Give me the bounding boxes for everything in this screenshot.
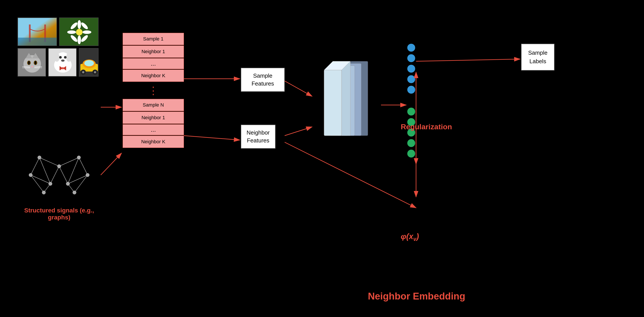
svg-point-66	[86, 173, 89, 177]
table-sample-1: Sample 1	[122, 33, 184, 45]
svg-point-30	[54, 53, 60, 62]
svg-point-61	[38, 156, 41, 159]
svg-point-5	[76, 29, 82, 35]
graph-label: Structured signals (e.g., graphs)	[18, 207, 101, 221]
image-car	[79, 48, 98, 77]
svg-line-53	[74, 175, 88, 193]
sample-labels-text: SampleLabels	[528, 49, 548, 64]
neighbor-features-label: NeighborFeatures	[246, 129, 270, 144]
embedding-dot-blue-1	[407, 44, 415, 52]
sample-table: Sample 1 Neighbor 1 ... Neighbor K ⋮ Sam…	[122, 33, 184, 148]
regularization-label: Regularization	[401, 122, 452, 131]
svg-point-21	[35, 61, 36, 64]
graph-svg	[18, 142, 101, 208]
table-sample-N: Sample N	[122, 99, 184, 111]
svg-line-81	[184, 136, 240, 140]
table-dots-1: ...	[122, 58, 184, 69]
svg-line-89	[285, 142, 416, 208]
svg-point-34	[61, 59, 64, 62]
svg-point-20	[28, 61, 30, 64]
image-golden-gate	[18, 17, 57, 46]
svg-point-60	[57, 165, 61, 168]
svg-point-63	[48, 182, 52, 186]
sample-features-box: SampleFeatures	[241, 68, 285, 92]
sample-labels-box: SampleLabels	[521, 44, 554, 70]
phi-label: φ(xv)	[401, 232, 419, 242]
neighbor-features-box: NeighborFeatures	[241, 125, 276, 149]
embedding-dot-green-1	[407, 108, 415, 115]
svg-point-41	[84, 60, 94, 66]
image-dog	[48, 48, 77, 77]
svg-point-37	[62, 67, 64, 69]
svg-point-64	[66, 182, 70, 186]
image-cat	[18, 48, 46, 77]
embedding-dot-blue-2	[407, 54, 415, 62]
table-dots-2: ...	[122, 124, 184, 135]
svg-point-44	[82, 71, 84, 73]
svg-rect-73	[324, 70, 342, 136]
svg-line-83	[285, 127, 312, 136]
svg-point-68	[73, 191, 76, 194]
phi-text: φ(xv)	[401, 232, 419, 241]
table-big-dots: ⋮	[122, 82, 184, 99]
svg-line-51	[79, 158, 88, 175]
svg-point-9	[82, 30, 91, 34]
svg-point-33	[64, 56, 66, 59]
neighbor-embedding-label: Neighbor Embedding	[368, 291, 465, 302]
nn-layers	[313, 48, 379, 149]
svg-line-50	[31, 158, 40, 175]
svg-point-7	[78, 35, 81, 44]
graph-area: Structured signals (e.g., graphs)	[18, 142, 101, 208]
svg-point-32	[59, 56, 62, 59]
svg-line-48	[50, 166, 59, 184]
table-neighborK-block2: Neighbor K	[122, 136, 184, 148]
image-daisy	[59, 17, 98, 46]
sample-features-label: SampleFeatures	[252, 72, 274, 87]
svg-point-45	[94, 71, 96, 73]
svg-rect-3	[18, 38, 57, 46]
svg-line-52	[31, 175, 44, 193]
embedding-dot-blue-3	[407, 65, 415, 73]
svg-line-82	[285, 81, 312, 96]
svg-line-87	[416, 59, 520, 61]
table-neighbor-1-block1: Neighbor 1	[122, 45, 184, 58]
svg-point-67	[42, 191, 46, 194]
images-collage	[18, 17, 101, 79]
embedding-dot-blue-4	[407, 75, 415, 83]
table-neighbor-1-block2: Neighbor 1	[122, 112, 184, 124]
svg-line-79	[101, 153, 122, 175]
svg-point-31	[66, 53, 72, 62]
svg-point-6	[78, 20, 81, 29]
svg-point-62	[77, 156, 80, 159]
embedding-dot-green-4	[407, 139, 415, 147]
svg-line-49	[59, 166, 68, 184]
svg-marker-75	[342, 61, 350, 136]
embedding-dot-green-5	[407, 150, 415, 158]
diagram-container: Structured signals (e.g., graphs) Sample…	[0, 0, 644, 317]
table-neighborK-block1: Neighbor K	[122, 69, 184, 82]
svg-point-8	[67, 30, 76, 34]
embedding-dot-blue-5	[407, 86, 415, 94]
svg-point-65	[29, 173, 32, 177]
embeddings-column	[407, 44, 415, 158]
